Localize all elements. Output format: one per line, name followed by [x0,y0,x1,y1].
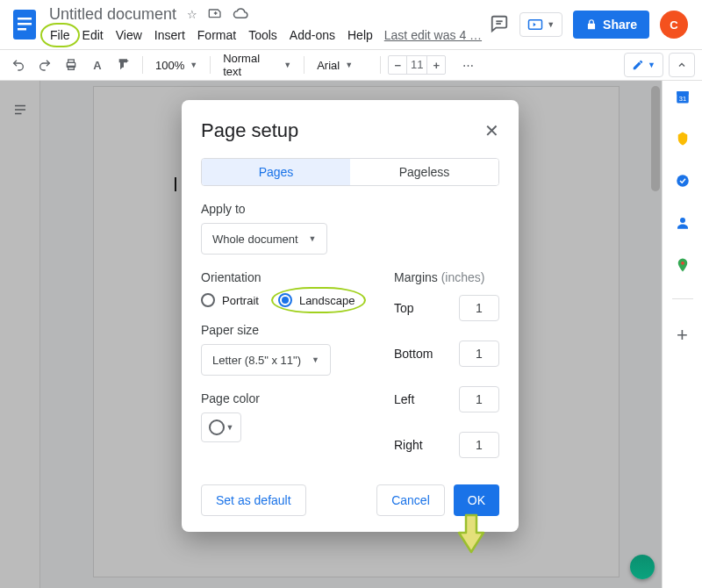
toolbar: A 100%▼ Normal text▼ Arial▼ − 11 + ⋯ ▼ [0,49,702,81]
apply-to-label: Apply to [201,202,499,216]
tab-pages[interactable]: Pages [202,159,350,185]
page-setup-dialog: Page setup ✕ Pages Pageless Apply to Who… [182,100,519,532]
collapse-toolbar-button[interactable] [669,53,695,77]
caret-down-icon: ▼ [648,61,655,69]
menu-tools[interactable]: Tools [242,25,283,46]
keep-icon[interactable] [674,130,691,147]
undo-button[interactable] [7,54,30,76]
maps-icon[interactable] [674,256,691,274]
move-icon[interactable] [208,6,222,23]
margin-left-label: Left [394,392,414,406]
cancel-button[interactable]: Cancel [376,484,445,516]
margin-bottom-input[interactable] [459,341,499,367]
zoom-select[interactable]: 100%▼ [150,54,203,76]
margins-label: Margins (inches) [394,270,499,284]
menu-bar: File Edit View Insert Format Tools Add-o… [44,25,490,46]
landscape-label: Landscape [299,294,355,307]
svg-point-17 [680,218,685,223]
page-color-select[interactable]: ▼ [201,412,241,442]
decrease-font-button[interactable]: − [389,59,406,72]
more-toolbar-button[interactable]: ⋯ [456,54,479,76]
menu-addons[interactable]: Add-ons [283,25,341,46]
menu-format[interactable]: Format [191,25,242,46]
cloud-status-icon[interactable] [233,7,248,22]
avatar-initial: C [670,18,677,32]
orientation-label: Orientation [201,270,369,284]
paint-format-button[interactable] [112,54,135,76]
apply-to-select[interactable]: Whole document ▼ [201,223,327,255]
font-size-stepper[interactable]: − 11 + [388,55,446,75]
contacts-icon[interactable] [674,214,691,232]
add-addon-button[interactable]: + [677,324,688,347]
present-button[interactable]: ▼ [519,12,562,37]
dialog-title: Page setup [201,119,298,142]
svg-rect-1 [18,18,32,20]
svg-rect-8 [68,60,75,62]
svg-rect-2 [18,23,32,25]
tab-pageless[interactable]: Pageless [350,159,498,185]
menu-file[interactable]: File [44,25,76,46]
header-center: Untitled document ☆ File Edit View Inser… [42,4,490,46]
caret-down-icon: ▼ [190,61,197,69]
page-color-label: Page color [201,391,369,405]
caret-down-icon: ▼ [309,234,317,243]
paper-size-select[interactable]: Letter (8.5" x 11") ▼ [201,344,331,376]
menu-view[interactable]: View [110,25,148,46]
margin-right-label: Right [394,438,423,452]
dialog-tabs: Pages Pageless [201,158,499,186]
caret-down-icon: ▼ [312,355,319,364]
set-default-button[interactable]: Set as default [201,484,306,516]
doc-title[interactable]: Untitled document [44,4,182,25]
caret-down-icon: ▼ [283,61,291,69]
margin-right-input[interactable] [459,432,499,458]
increase-font-button[interactable]: + [427,59,445,72]
rail-separator [672,298,693,299]
caret-down-icon: ▼ [547,20,555,29]
radio-portrait[interactable]: Portrait [201,293,259,307]
tasks-icon[interactable] [674,172,691,190]
radio-icon [278,293,292,307]
print-button[interactable] [60,54,82,76]
svg-rect-3 [18,28,26,31]
margin-left-input[interactable] [459,386,499,412]
font-select[interactable]: Arial▼ [312,54,373,76]
caret-down-icon: ▼ [226,423,234,432]
radio-landscape[interactable]: Landscape [278,293,355,307]
font-size-value[interactable]: 11 [406,56,427,74]
svg-text:31: 31 [678,95,685,103]
app-header: Untitled document ☆ File Edit View Inser… [0,0,702,49]
margin-bottom-label: Bottom [394,347,433,361]
redo-button[interactable] [33,54,56,76]
star-icon[interactable]: ☆ [187,8,197,21]
share-label: Share [603,18,637,32]
right-rail: 31 + [662,81,702,588]
margin-top-input[interactable] [459,295,499,321]
paper-size-label: Paper size [201,323,369,337]
editing-mode-button[interactable]: ▼ [624,53,663,77]
account-avatar[interactable]: C [660,11,688,39]
caret-down-icon: ▼ [345,61,353,69]
menu-help[interactable]: Help [341,25,379,46]
style-select[interactable]: Normal text▼ [218,54,297,76]
spellcheck-button[interactable]: A [86,54,109,76]
menu-edit[interactable]: Edit [76,25,110,46]
last-edit-link[interactable]: Last edit was 4 … [384,28,482,42]
svg-point-18 [681,262,684,265]
explore-fab[interactable] [630,555,655,579]
docs-logo[interactable] [7,1,42,48]
portrait-label: Portrait [222,294,259,307]
color-swatch [209,419,225,435]
svg-point-16 [677,175,689,187]
share-button[interactable]: Share [573,11,649,39]
margin-top-label: Top [394,301,414,315]
calendar-icon[interactable]: 31 [674,88,691,105]
radio-icon [201,293,215,307]
menu-insert[interactable]: Insert [148,25,191,46]
close-icon[interactable]: ✕ [484,120,499,141]
ok-button[interactable]: OK [454,484,499,516]
svg-rect-9 [68,66,75,69]
comments-icon[interactable] [490,14,509,36]
